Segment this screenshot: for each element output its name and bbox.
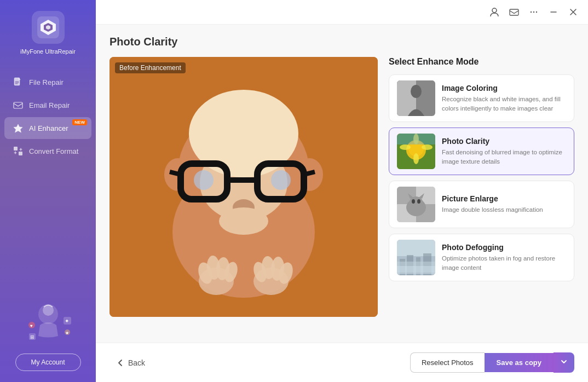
sidebar-item-convert-format[interactable]: Convert Format xyxy=(4,140,91,162)
image-coloring-info: Image Coloring Recognize black and white… xyxy=(442,84,566,112)
back-label: Back xyxy=(128,358,145,367)
sidebar-illustration: ♥ ✦ ⊞ ★ xyxy=(13,293,84,348)
reselect-photos-button[interactable]: Reselect Photos xyxy=(410,352,485,373)
svg-marker-3 xyxy=(14,124,22,132)
picture-enlarge-name: Picture Enlarge xyxy=(442,194,566,203)
image-coloring-desc: Recognize black and white images, and fi… xyxy=(442,95,566,112)
svg-rect-2 xyxy=(14,102,22,108)
sidebar: iMyFone UltraRepair File Repair Email Re… xyxy=(0,0,96,382)
photo-defogging-name: Photo Defogging xyxy=(442,243,566,252)
photo-clarity-name: Photo Clarity xyxy=(442,137,566,146)
photo-preview: Before Enhancement xyxy=(109,57,378,317)
before-label: Before Enhancement xyxy=(115,62,186,73)
my-account-button[interactable]: My Account xyxy=(15,354,81,371)
dropdown-icon xyxy=(560,358,568,366)
app-name: iMyFone UltraRepair xyxy=(20,48,76,55)
image-coloring-thumb xyxy=(397,80,435,116)
logo-area: iMyFone UltraRepair xyxy=(20,11,76,55)
menu-icon[interactable] xyxy=(527,5,540,19)
mode-card-image-coloring[interactable]: Image Coloring Recognize black and white… xyxy=(389,74,574,122)
svg-text:♥: ♥ xyxy=(30,323,33,328)
file-repair-icon xyxy=(13,77,24,88)
svg-line-32 xyxy=(304,172,315,175)
new-badge: NEW xyxy=(72,119,87,125)
photo-defogging-thumb xyxy=(397,240,435,275)
picture-enlarge-thumb xyxy=(397,187,435,222)
svg-point-55 xyxy=(413,153,419,164)
svg-point-20 xyxy=(536,11,537,13)
photo-clarity-desc: Fast denoising of blurred image to optim… xyxy=(442,148,566,165)
mode-card-photo-clarity[interactable]: Photo Clarity Fast denoising of blurred … xyxy=(389,128,574,175)
photo-defogging-desc: Optimize photos taken in fog and restore… xyxy=(442,254,566,271)
photo-clarity-thumb xyxy=(397,134,435,169)
svg-point-65 xyxy=(412,199,415,204)
minimize-icon[interactable] xyxy=(547,5,560,19)
svg-point-49 xyxy=(411,85,422,98)
sidebar-item-ai-enhancer[interactable]: AI Enhancer NEW xyxy=(4,117,91,139)
sidebar-nav: File Repair Email Repair AI Enhancer NEW xyxy=(0,71,96,162)
svg-point-54 xyxy=(422,144,433,150)
email-repair-label: Email Repair xyxy=(29,101,70,109)
enhance-modes-list: Image Coloring Recognize black and white… xyxy=(389,74,574,281)
svg-point-16 xyxy=(492,8,497,13)
svg-point-19 xyxy=(533,11,534,13)
svg-rect-57 xyxy=(397,134,435,144)
ai-enhancer-icon xyxy=(13,123,24,134)
svg-point-56 xyxy=(400,144,411,150)
svg-rect-4 xyxy=(14,147,18,151)
svg-text:★: ★ xyxy=(65,331,69,335)
convert-format-icon xyxy=(13,146,24,157)
mode-card-picture-enlarge[interactable]: Picture Enlarge Image double lossless ma… xyxy=(389,181,574,228)
svg-rect-5 xyxy=(19,152,22,155)
image-coloring-name: Image Coloring xyxy=(442,84,566,92)
save-dropdown-button[interactable] xyxy=(554,352,574,373)
content-body: Before Enhancement xyxy=(109,57,574,332)
mode-card-photo-defogging[interactable]: Photo Defogging Optimize photos taken in… xyxy=(389,234,574,281)
account-icon[interactable] xyxy=(488,5,501,19)
picture-enlarge-desc: Image double lossless magnification xyxy=(442,205,566,214)
enhance-panel: Select Enhance Mode xyxy=(389,57,574,332)
svg-text:✦: ✦ xyxy=(65,318,69,324)
svg-line-31 xyxy=(170,172,181,175)
svg-point-66 xyxy=(417,199,420,204)
svg-point-33 xyxy=(194,170,214,190)
back-arrow-icon xyxy=(116,358,125,367)
content-area: Photo Clarity Before Enhancement xyxy=(96,25,588,343)
sidebar-item-file-repair[interactable]: File Repair xyxy=(4,71,91,93)
email-repair-icon xyxy=(13,100,24,111)
svg-text:⊞: ⊞ xyxy=(30,334,34,340)
mail-icon[interactable] xyxy=(508,5,521,19)
back-button[interactable]: Back xyxy=(109,354,152,372)
photo-clarity-info: Photo Clarity Fast denoising of blurred … xyxy=(442,137,566,165)
app-logo xyxy=(32,11,65,44)
enhance-panel-title: Select Enhance Mode xyxy=(389,57,574,67)
svg-point-36 xyxy=(219,207,268,235)
svg-rect-74 xyxy=(397,266,435,274)
sidebar-item-email-repair[interactable]: Email Repair xyxy=(4,94,91,116)
footer-right: Reselect Photos Save as copy xyxy=(410,352,574,373)
titlebar xyxy=(96,0,588,25)
picture-enlarge-info: Picture Enlarge Image double lossless ma… xyxy=(442,194,566,214)
file-repair-label: File Repair xyxy=(29,78,64,86)
photo-defogging-info: Photo Defogging Optimize photos taken in… xyxy=(442,243,566,271)
page-title: Photo Clarity xyxy=(109,36,574,48)
main-content: Photo Clarity Before Enhancement xyxy=(96,0,588,382)
ai-enhancer-label: AI Enhancer xyxy=(29,124,68,132)
close-icon[interactable] xyxy=(567,5,580,19)
svg-point-18 xyxy=(531,11,532,13)
svg-point-34 xyxy=(271,170,291,190)
convert-format-label: Convert Format xyxy=(29,147,78,155)
save-as-copy-button[interactable]: Save as copy xyxy=(485,353,554,372)
svg-rect-17 xyxy=(510,9,518,15)
footer: Back Reselect Photos Save as copy xyxy=(96,343,588,382)
